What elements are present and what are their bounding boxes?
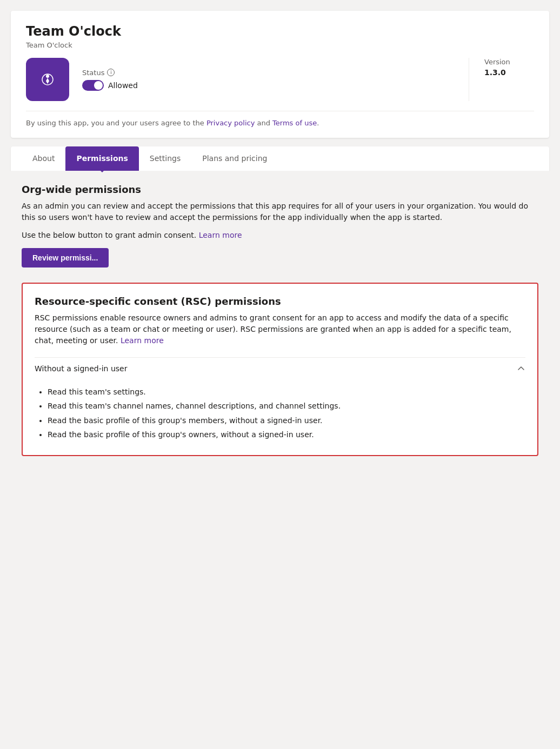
chevron-up-icon xyxy=(517,364,525,373)
rsc-title: Resource-specific consent (RSC) permissi… xyxy=(35,296,525,307)
tab-about[interactable]: About xyxy=(22,146,65,171)
grant-hint: Use the below button to grant admin cons… xyxy=(22,231,538,239)
list-item: Read this team's channel names, channel … xyxy=(48,400,525,412)
rsc-learn-more-link[interactable]: Learn more xyxy=(121,336,164,345)
review-permissions-button[interactable]: Review permissi... xyxy=(22,248,109,268)
tab-settings[interactable]: Settings xyxy=(139,146,191,171)
org-permissions-section: Org-wide permissions As an admin you can… xyxy=(22,184,538,283)
tab-permissions[interactable]: Permissions xyxy=(65,146,138,171)
footer-text: By using this app, you and your users ag… xyxy=(26,119,206,127)
list-item: Read the basic profile of this group's o… xyxy=(48,429,525,440)
rsc-permissions-list: Read this team's settings. Read this tea… xyxy=(35,386,525,441)
accordion-label: Without a signed-in user xyxy=(35,364,127,373)
footer-and: and xyxy=(255,119,272,127)
app-footer: By using this app, you and your users ag… xyxy=(26,111,534,127)
rsc-desc: RSC permissions enable resource owners a… xyxy=(35,312,525,346)
rsc-section: Resource-specific consent (RSC) permissi… xyxy=(22,283,538,456)
content-area: Org-wide permissions As an admin you can… xyxy=(11,171,549,469)
app-subtitle: Team O'clock xyxy=(26,41,534,49)
org-permissions-title: Org-wide permissions xyxy=(22,184,538,195)
terms-of-use-link[interactable]: Terms of use xyxy=(272,119,317,127)
rsc-desc-text: RSC permissions enable resource owners a… xyxy=(35,313,511,345)
tabs: About Permissions Settings Plans and pri… xyxy=(22,146,538,171)
org-permissions-desc: As an admin you can review and accept th… xyxy=(22,200,538,223)
app-info-row: Status i Allowed Version 1.3.0 xyxy=(26,58,534,101)
status-label-row: Status i xyxy=(82,69,138,77)
list-item: Read the basic profile of this group's m… xyxy=(48,414,525,426)
privacy-policy-link[interactable]: Privacy policy xyxy=(206,119,255,127)
list-item: Read this team's settings. xyxy=(48,386,525,398)
version-value: 1.3.0 xyxy=(484,68,534,77)
svg-point-1 xyxy=(46,75,49,78)
status-label: Status xyxy=(82,69,104,77)
rsc-accordion-header[interactable]: Without a signed-in user xyxy=(35,357,525,379)
toggle-row: Allowed xyxy=(82,80,138,91)
app-title: Team O'clock xyxy=(26,24,534,39)
status-toggle[interactable] xyxy=(82,80,104,91)
tabs-container: About Permissions Settings Plans and pri… xyxy=(11,146,549,171)
footer-end: . xyxy=(317,119,319,127)
grant-hint-text: Use the below button to grant admin cons… xyxy=(22,231,199,239)
app-card: Team O'clock Team O'clock Status i xyxy=(11,11,549,138)
learn-more-link[interactable]: Learn more xyxy=(199,231,242,239)
status-value: Allowed xyxy=(108,81,138,90)
app-left: Status i Allowed xyxy=(26,58,469,101)
app-right: Version 1.3.0 xyxy=(469,58,534,77)
info-icon[interactable]: i xyxy=(107,69,115,76)
tab-plans[interactable]: Plans and pricing xyxy=(191,146,278,171)
version-label: Version xyxy=(484,58,534,66)
status-section: Status i Allowed xyxy=(82,69,138,91)
app-icon xyxy=(26,58,69,101)
